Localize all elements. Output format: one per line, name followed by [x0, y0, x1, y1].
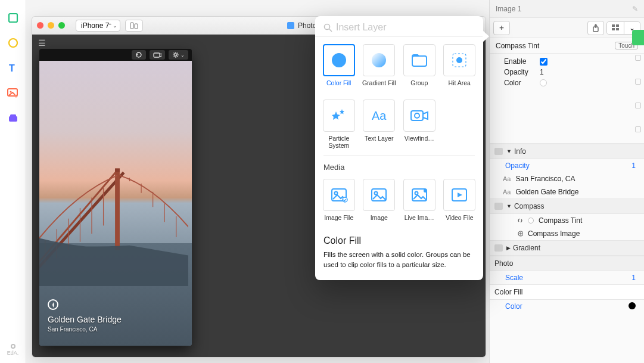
search-input[interactable] [336, 22, 475, 33]
maximize-icon[interactable] [58, 22, 65, 29]
record-icon[interactable] [11, 344, 15, 349]
tree-gradient-header[interactable]: ▶Gradient [490, 240, 644, 256]
tile-group[interactable]: Group [402, 44, 437, 92]
svg-rect-7 [10, 114, 16, 117]
svg-text:+: + [14, 93, 18, 98]
tree-compass-header[interactable]: ▼Compass [490, 198, 644, 214]
tile-label: Text Layer [365, 135, 393, 148]
add-layer-button[interactable]: ＋ [493, 21, 510, 35]
library-tool-icon[interactable] [6, 111, 20, 125]
svg-point-28 [372, 53, 386, 67]
pencil-icon[interactable]: ✎ [632, 5, 638, 13]
tile-label: Color Fill [326, 79, 351, 92]
svg-point-1 [9, 39, 17, 47]
svg-rect-9 [135, 24, 138, 29]
rotate-icon[interactable] [132, 50, 146, 60]
svg-point-35 [334, 192, 337, 195]
svg-rect-29 [412, 56, 427, 66]
svg-point-40 [415, 192, 418, 195]
left-toolbar: T + EdA. [0, 0, 26, 363]
inspector-header: Image 1 ✎ [490, 0, 644, 18]
tile-image-file[interactable]: Image File [321, 179, 357, 227]
tree-photo-scale[interactable]: Scale1 [490, 271, 644, 284]
svg-rect-10 [154, 53, 160, 57]
tree-compass-image[interactable]: Compass Image [490, 227, 644, 240]
tile-image[interactable]: Image [362, 179, 397, 227]
color-swatch-icon [629, 302, 636, 311]
minimize-icon[interactable] [48, 22, 54, 29]
tile-text-layer[interactable]: AaText Layer [362, 100, 397, 149]
folder-icon [494, 148, 503, 155]
photo-subtitle: San Francisco, CA [48, 326, 122, 333]
prop-color-label: Color [504, 79, 540, 87]
tile-hit-area[interactable]: Hit Area [442, 44, 478, 92]
doc-icon [287, 22, 294, 29]
svg-rect-37 [372, 189, 386, 201]
svg-point-33 [415, 113, 419, 118]
popover-media-heading: Media [315, 163, 483, 172]
tile-viewfinder[interactable]: Viewfind… [402, 100, 437, 149]
svg-rect-46 [612, 28, 615, 30]
window-traffic-lights[interactable] [37, 22, 65, 29]
gear-icon[interactable]: ⌄ [169, 50, 188, 60]
tile-particle-system[interactable]: Particle System [321, 100, 357, 149]
phone-toolbar: ⌄ [39, 49, 192, 61]
chevron-updown-icon: ⌃⌄ [108, 23, 117, 29]
tile-label: Live Ima… [405, 214, 434, 227]
tile-video-file[interactable]: Video File [442, 179, 478, 227]
tile-label: Gradient Fill [362, 79, 396, 92]
accent-green-icon [632, 30, 644, 45]
grid-view-icon[interactable] [607, 22, 624, 34]
tree-info-header[interactable]: ▼Info [490, 144, 644, 159]
left-footer-label: EdA. [7, 350, 19, 356]
tree-gradient-label: Gradient [513, 244, 540, 252]
tree-info-opacity[interactable]: Opacity1 [490, 159, 644, 172]
tile-label: Hit Area [449, 79, 471, 92]
popover-arrow-icon [483, 30, 489, 42]
compass-icon [48, 299, 58, 310]
orientation-button[interactable] [125, 20, 143, 32]
svg-rect-6 [9, 116, 17, 122]
rect-tool-icon[interactable] [6, 11, 20, 25]
svg-rect-45 [616, 24, 619, 27]
image-tool-icon[interactable]: + [6, 86, 20, 100]
inspector-properties: Enable Opacity1 Color [490, 54, 644, 144]
text-tool-icon[interactable]: T [6, 61, 20, 75]
circle-tool-icon[interactable] [6, 36, 20, 50]
image-layer-icon [517, 231, 523, 237]
prop-enable-label: Enable [504, 57, 540, 66]
close-icon[interactable] [37, 22, 43, 29]
popover-row-1: Color Fill Gradient Fill Group Hit Area [315, 37, 483, 92]
tile-gradient-fill[interactable]: Gradient Fill [362, 44, 397, 92]
popover-detail: Color Fill Fills the screen with a solid… [315, 227, 483, 269]
tile-label: Viewfind… [405, 135, 434, 148]
tree-colorfill-header[interactable]: Color Fill [490, 284, 644, 300]
tree-text-city[interactable]: AaSan Francisco, CA [490, 172, 644, 185]
prop-color-swatch[interactable] [540, 79, 547, 86]
tile-label: Group [410, 79, 428, 92]
camera-icon[interactable] [150, 50, 165, 60]
svg-point-25 [325, 24, 330, 29]
share-button[interactable] [587, 21, 604, 35]
search-icon [323, 23, 332, 32]
device-selector[interactable]: iPhone 7⌃⌄ [76, 20, 120, 32]
tree-colorfill-color[interactable]: Color [490, 300, 644, 313]
tile-live-image[interactable]: Live Ima… [402, 179, 437, 227]
tile-label: Video File [446, 214, 474, 227]
tree-compass-tint[interactable]: Compass Tint [490, 214, 644, 227]
svg-rect-32 [411, 111, 423, 120]
prop-enable-checkbox[interactable] [540, 58, 547, 66]
svg-rect-44 [612, 24, 615, 27]
prop-opacity-value[interactable]: 1 [540, 68, 544, 76]
section-title-text: Compass Tint [496, 42, 539, 50]
color-swatch-icon [528, 218, 534, 224]
hamburger-icon[interactable]: ☰ [38, 38, 46, 48]
tree-text-title[interactable]: AaGolden Gate Bridge [490, 185, 644, 198]
popover-row-3: Image File Image Live Ima… Video File [315, 172, 483, 227]
tile-color-fill[interactable]: Color Fill [321, 44, 357, 92]
svg-rect-8 [130, 23, 133, 29]
detail-body: Fills the screen with a solid color. Gro… [323, 250, 475, 269]
photo-caption: Golden Gate Bridge San Francisco, CA [48, 299, 122, 333]
tree-photo-header[interactable]: Photo [490, 256, 644, 271]
svg-point-38 [375, 192, 378, 195]
